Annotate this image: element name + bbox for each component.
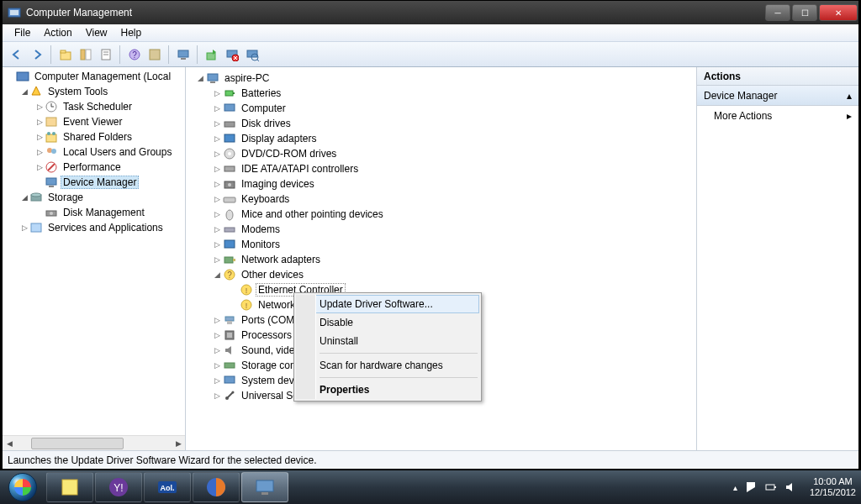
tree-device-manager[interactable]: Device Manager [4, 175, 185, 190]
dev-modems[interactable]: ▷Modems [194, 222, 696, 237]
back-button[interactable] [8, 45, 26, 64]
console-tree[interactable]: Computer Management (Local ◢System Tools… [3, 67, 185, 435]
dev-keyboards[interactable]: ▷Keyboards [194, 192, 696, 207]
ctx-uninstall[interactable]: Uninstall [296, 332, 479, 350]
menu-help[interactable]: Help [114, 25, 149, 40]
tree-local-users[interactable]: ▷Local Users and Groups [4, 144, 185, 160]
taskbar-yahoo[interactable]: Y! [95, 472, 142, 502]
svg-text:!: ! [246, 302, 248, 310]
dev-disk-drives[interactable]: ▷Disk drives [194, 116, 696, 131]
actions-section[interactable]: Device Manager ▴ [697, 86, 858, 106]
ctx-update-driver[interactable]: Update Driver Software... [296, 295, 479, 313]
menu-file[interactable]: File [8, 25, 37, 40]
taskbar-aol[interactable]: Aol. [144, 472, 191, 502]
dev-ide[interactable]: ▷IDE ATA/ATAPI controllers [194, 161, 696, 176]
tray-action-center-icon[interactable] [744, 480, 758, 494]
tree-services[interactable]: ▷Services and Applications [4, 220, 185, 235]
taskbar-sticky-notes[interactable] [46, 472, 93, 502]
update-driver-button[interactable] [203, 45, 221, 64]
dev-batteries[interactable]: ▷Batteries [194, 86, 696, 101]
dev-mice[interactable]: ▷Mice and other pointing devices [194, 207, 696, 222]
actions-more-label: More Actions [714, 110, 772, 122]
svg-rect-26 [46, 118, 56, 126]
tree-root[interactable]: Computer Management (Local [4, 69, 185, 84]
scroll-thumb[interactable] [31, 438, 124, 449]
actions-more[interactable]: More Actions ▸ [697, 106, 858, 126]
taskbar: Y! Aol. ▴ 10:00 AM 12/15/2012 [0, 470, 861, 504]
dev-imaging[interactable]: ▷Imaging devices [194, 176, 696, 192]
dev-monitors[interactable]: ▷Monitors [194, 237, 696, 252]
forward-button[interactable] [28, 45, 46, 64]
uninstall-button[interactable] [223, 45, 241, 64]
tray-volume-icon[interactable] [784, 480, 798, 494]
svg-text:?: ? [132, 50, 137, 60]
svg-point-37 [31, 193, 41, 197]
properties-button[interactable] [97, 45, 115, 64]
svg-rect-42 [210, 81, 215, 83]
svg-rect-66 [227, 321, 232, 324]
svg-rect-53 [224, 197, 235, 202]
svg-rect-43 [225, 91, 233, 96]
scan-hardware-button[interactable] [243, 45, 261, 64]
tray-show-hidden-icon[interactable]: ▴ [733, 483, 737, 492]
window-title: Computer Management [26, 7, 764, 18]
svg-rect-58 [233, 259, 235, 261]
taskbar-firefox[interactable] [193, 472, 240, 502]
tree-storage[interactable]: ◢Storage [4, 190, 185, 205]
tray-power-icon[interactable] [764, 480, 778, 494]
svg-rect-4 [81, 50, 85, 60]
computer-icon-button[interactable] [174, 45, 193, 64]
scroll-left-arrow[interactable]: ◀ [3, 437, 16, 450]
svg-point-30 [47, 148, 52, 153]
menu-view[interactable]: View [79, 25, 114, 40]
svg-rect-82 [766, 485, 774, 490]
help-button[interactable]: ? [125, 45, 144, 64]
context-menu: Update Driver Software... Disable Uninst… [293, 292, 482, 402]
titlebar[interactable]: Computer Management ─ ☐ ✕ [3, 1, 858, 24]
tray-time: 10:00 AM [810, 476, 856, 487]
submenu-arrow-icon: ▸ [847, 110, 852, 122]
svg-rect-5 [86, 50, 91, 60]
dev-display-adapters[interactable]: ▷Display adapters [194, 131, 696, 146]
scroll-right-arrow[interactable]: ▶ [172, 437, 185, 450]
dev-computer[interactable]: ▷Computer [194, 101, 696, 116]
tree-event-viewer[interactable]: ▷Event Viewer [4, 114, 185, 129]
dev-root[interactable]: ◢aspire-PC [194, 71, 696, 86]
svg-rect-80 [256, 480, 273, 491]
svg-rect-70 [224, 376, 235, 383]
svg-point-28 [47, 132, 50, 135]
left-hscrollbar[interactable]: ◀ ▶ [3, 435, 185, 450]
ctx-disable[interactable]: Disable [296, 313, 479, 332]
tool-button[interactable] [145, 45, 164, 64]
tree-disk-management[interactable]: Disk Management [4, 205, 185, 220]
show-hide-tree-button[interactable] [77, 45, 95, 64]
ctx-properties[interactable]: Properties [296, 381, 479, 399]
start-button[interactable] [0, 470, 45, 504]
svg-rect-45 [224, 104, 235, 111]
svg-rect-57 [224, 257, 233, 263]
tray-clock[interactable]: 10:00 AM 12/15/2012 [810, 476, 856, 498]
dev-other-devices[interactable]: ◢?Other devices [194, 267, 696, 282]
windows-orb-icon [8, 473, 37, 501]
maximize-button[interactable]: ☐ [792, 4, 817, 21]
tree-shared-folders[interactable]: ▷Shared Folders [4, 129, 185, 144]
ctx-scan[interactable]: Scan for hardware changes [296, 356, 479, 375]
statusbar: Launches the Update Driver Software Wiza… [3, 450, 858, 469]
minimize-button[interactable]: ─ [765, 4, 790, 21]
svg-rect-65 [225, 317, 234, 321]
tree-system-tools[interactable]: ◢System Tools [4, 84, 185, 99]
taskbar-computer-management[interactable] [241, 472, 288, 502]
svg-rect-56 [224, 240, 235, 248]
svg-text:Y!: Y! [114, 482, 123, 494]
svg-text:?: ? [227, 270, 232, 280]
tree-task-scheduler[interactable]: ▷Task Scheduler [4, 99, 185, 114]
up-button[interactable] [56, 45, 75, 64]
svg-point-49 [228, 152, 231, 155]
tree-performance[interactable]: ▷Performance [4, 160, 185, 175]
menu-action[interactable]: Action [37, 25, 78, 40]
system-tray: ▴ 10:00 AM 12/15/2012 [733, 476, 861, 498]
close-button[interactable]: ✕ [819, 4, 858, 21]
dev-dvd[interactable]: ▷DVD/CD-ROM drives [194, 146, 696, 161]
dev-network-adapters[interactable]: ▷Network adapters [194, 252, 696, 267]
svg-rect-35 [49, 186, 54, 187]
